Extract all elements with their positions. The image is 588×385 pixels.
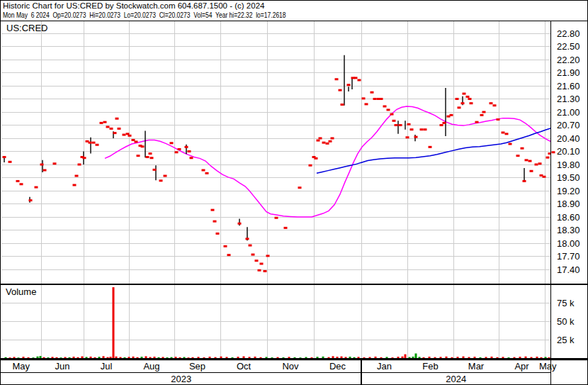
volume-bar bbox=[317, 357, 319, 358]
close-dot bbox=[89, 142, 92, 144]
header-title: Historic Chart for US:CRED by Stockwatch… bbox=[3, 2, 264, 11]
close-dot bbox=[317, 140, 320, 142]
close-dot bbox=[399, 124, 402, 126]
close-dot bbox=[264, 270, 267, 272]
volume-bar bbox=[154, 357, 156, 358]
close-dot bbox=[358, 79, 361, 81]
close-dot bbox=[73, 184, 77, 186]
close-dot bbox=[535, 164, 538, 166]
price-tick-label: 19.80 bbox=[557, 160, 580, 169]
volume-bar bbox=[158, 357, 160, 358]
price-tick-label: 18.00 bbox=[557, 239, 580, 248]
close-dot bbox=[309, 164, 312, 167]
volume-bar bbox=[166, 357, 169, 358]
x-axis-line bbox=[1, 358, 588, 360]
volume-bar bbox=[43, 357, 45, 358]
volume-bar bbox=[249, 357, 251, 358]
close-dot bbox=[407, 123, 411, 125]
close-dot bbox=[509, 143, 512, 145]
volume-bar bbox=[260, 357, 262, 358]
month-label: Jun bbox=[55, 362, 70, 371]
close-dot bbox=[20, 183, 23, 185]
volume-bar bbox=[271, 357, 273, 358]
volume-bar bbox=[145, 356, 147, 358]
close-dot bbox=[53, 162, 57, 164]
volume-bar bbox=[5, 357, 7, 358]
volume-bar bbox=[81, 357, 84, 358]
volume-bar bbox=[203, 357, 205, 358]
close-dot bbox=[326, 143, 329, 145]
close-dot bbox=[468, 98, 472, 100]
outer-border bbox=[1, 1, 588, 385]
volume-bar bbox=[536, 357, 538, 358]
volume-bar bbox=[354, 357, 356, 358]
volume-bar bbox=[277, 357, 279, 358]
month-label: May bbox=[539, 362, 557, 371]
close-dot bbox=[255, 260, 259, 262]
volume-bar bbox=[328, 357, 330, 358]
price-tick-label: 21.00 bbox=[557, 108, 580, 117]
volume-bar bbox=[52, 357, 54, 358]
month-label: Oct bbox=[237, 362, 251, 371]
volume-bar bbox=[120, 357, 122, 358]
volume-bar bbox=[237, 357, 239, 358]
volume-bar bbox=[124, 357, 126, 358]
plot-content bbox=[3, 55, 552, 358]
volume-bar bbox=[508, 357, 510, 358]
volume-bar bbox=[73, 357, 75, 358]
close-dot bbox=[458, 106, 461, 108]
volume-bar bbox=[226, 357, 228, 358]
close-dot bbox=[341, 104, 344, 106]
volume-bar bbox=[215, 357, 217, 358]
close-dot bbox=[213, 221, 217, 223]
month-label: Jul bbox=[101, 362, 113, 371]
close-dot bbox=[103, 121, 107, 123]
volume-bar bbox=[514, 357, 516, 358]
volume-bar bbox=[288, 357, 290, 358]
month-label: Aug bbox=[143, 362, 159, 371]
close-dot bbox=[538, 162, 542, 164]
volume-bar bbox=[175, 357, 177, 358]
volume-bar bbox=[409, 357, 411, 358]
year-label: 2024 bbox=[446, 374, 466, 384]
close-dot bbox=[251, 254, 255, 256]
close-dot bbox=[249, 245, 252, 247]
price-tick-label: 22.20 bbox=[557, 55, 580, 65]
volume-bar bbox=[402, 357, 404, 358]
close-dot bbox=[470, 102, 473, 104]
volume-bar bbox=[322, 357, 324, 358]
volume-bar bbox=[375, 357, 377, 358]
month-label: Sep bbox=[189, 362, 205, 371]
close-dot bbox=[362, 97, 366, 99]
volume-bar bbox=[162, 357, 164, 358]
close-dot bbox=[475, 121, 479, 123]
close-dot bbox=[322, 142, 326, 144]
close-dot bbox=[9, 161, 12, 163]
close-dot bbox=[170, 142, 174, 144]
close-dot bbox=[211, 209, 215, 211]
close-dot bbox=[75, 175, 79, 177]
close-dot bbox=[153, 169, 157, 171]
close-dot bbox=[298, 186, 302, 189]
close-dot bbox=[128, 135, 132, 137]
volume-bar bbox=[209, 357, 211, 358]
close-dot bbox=[339, 89, 342, 91]
chart-svg bbox=[0, 0, 588, 385]
volume-bar bbox=[363, 357, 366, 358]
close-dot bbox=[546, 157, 550, 159]
volume-bar bbox=[457, 357, 459, 358]
last-price-marker bbox=[552, 151, 555, 153]
volume-bar bbox=[113, 287, 115, 358]
close-dot bbox=[497, 118, 500, 121]
ma-fast-magenta-line bbox=[105, 106, 551, 217]
price-tick-label: 21.60 bbox=[557, 82, 580, 91]
volume-bar bbox=[412, 357, 414, 358]
volume-bar bbox=[311, 357, 313, 358]
volume-bar bbox=[332, 356, 334, 358]
volume-bar bbox=[463, 357, 465, 358]
price-tick-label: 17.70 bbox=[557, 252, 580, 261]
volume-bar bbox=[56, 357, 58, 358]
volume-bar bbox=[183, 357, 186, 358]
close-dot bbox=[383, 105, 387, 107]
volume-bar bbox=[28, 357, 30, 358]
